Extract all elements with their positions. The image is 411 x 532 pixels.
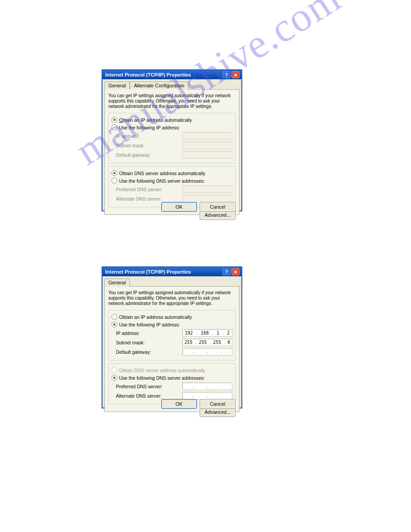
default-gateway-label: Default gateway:	[116, 152, 151, 158]
ip-group: Obtain an IP address automatically Use t…	[108, 310, 235, 360]
radio-icon	[111, 178, 117, 184]
help-icon[interactable]: ?	[223, 268, 231, 275]
radio-label: Obtain DNS server address automatically	[119, 368, 206, 373]
alternate-dns-label: Alternate DNS server:	[116, 196, 162, 202]
titlebar[interactable]: Internet Protocol (TCP/IP) Properties ? …	[103, 267, 241, 276]
client-area: You can get IP settings assigned automat…	[104, 89, 240, 215]
radio-label: Obtain DNS server address automatically	[119, 171, 206, 176]
radio-ip-manual[interactable]: Use the following IP address:	[111, 322, 232, 327]
client-area: You can get IP settings assigned automat…	[104, 286, 240, 412]
description-text: You can get IP settings assigned automat…	[108, 93, 235, 109]
radio-label: Use the following IP address:	[119, 125, 180, 130]
close-icon[interactable]: ✕	[231, 71, 240, 78]
titlebar[interactable]: Internet Protocol (TCP/IP) Properties ? …	[103, 70, 241, 79]
ip-address-label: IP address:	[116, 133, 140, 139]
radio-label: Use the following DNS server addresses:	[119, 375, 205, 381]
radio-label: Obtain an IP address automatically	[119, 117, 192, 123]
preferred-dns-label: Preferred DNS server:	[116, 384, 163, 389]
preferred-dns-field	[182, 185, 232, 193]
ip-address-field	[182, 132, 232, 140]
radio-dns-auto[interactable]: Obtain DNS server address automatically	[111, 170, 232, 176]
window-title: Internet Protocol (TCP/IP) Properties	[105, 269, 191, 275]
window-title: Internet Protocol (TCP/IP) Properties	[105, 72, 191, 77]
tab-strip: General	[103, 276, 241, 286]
radio-icon	[111, 367, 117, 373]
subnet-mask-label: Subnet mask:	[116, 143, 145, 148]
default-gateway-field	[182, 151, 232, 159]
ip-group: Obtain an IP address automatically Use t…	[108, 113, 235, 163]
preferred-dns-label: Preferred DNS server:	[116, 187, 163, 192]
ok-button[interactable]: OK	[161, 399, 197, 409]
tcpip-properties-dialog-2: Internet Protocol (TCP/IP) Properties ? …	[102, 266, 242, 408]
ip-address-label: IP address:	[116, 330, 140, 336]
default-gateway-field[interactable]: . . .	[182, 348, 232, 356]
radio-icon	[111, 314, 117, 320]
tab-general[interactable]: General	[104, 82, 130, 90]
ok-button[interactable]: OK	[161, 202, 197, 212]
cancel-button[interactable]: Cancel	[200, 399, 235, 409]
dns-group: Obtain DNS server address automatically …	[108, 363, 235, 404]
radio-dns-auto: Obtain DNS server address automatically	[111, 367, 232, 373]
tcpip-properties-dialog-1: Internet Protocol (TCP/IP) Properties ? …	[102, 69, 242, 211]
description-text: You can get IP settings assigned automat…	[108, 290, 235, 306]
subnet-mask-field[interactable]: 255. 255. 255. 0	[182, 339, 232, 346]
radio-dns-manual[interactable]: Use the following DNS server addresses:	[111, 178, 232, 184]
alternate-dns-field	[182, 195, 232, 202]
radio-label: Use the following IP address:	[119, 322, 180, 327]
radio-ip-manual[interactable]: Use the following IP address:	[111, 124, 232, 130]
radio-dns-manual[interactable]: Use the following DNS server addresses:	[111, 375, 232, 381]
ip-address-field[interactable]: 192. 168. 1. 2	[182, 329, 232, 337]
radio-icon	[111, 375, 117, 381]
radio-label: Use the following DNS server addresses:	[119, 178, 205, 184]
default-gateway-label: Default gateway:	[116, 349, 151, 355]
cancel-button[interactable]: Cancel	[200, 202, 235, 212]
dns-group: Obtain DNS server address automatically …	[108, 166, 235, 207]
subnet-mask-field	[182, 142, 232, 149]
alternate-dns-label: Alternate DNS server:	[116, 393, 162, 399]
tab-general[interactable]: General	[104, 279, 130, 287]
radio-icon	[111, 170, 117, 176]
radio-ip-auto[interactable]: Obtain an IP address automatically	[111, 117, 232, 123]
tab-strip: General Alternate Configuration	[103, 79, 241, 89]
preferred-dns-field[interactable]: ...	[182, 382, 232, 390]
radio-icon	[111, 117, 117, 123]
radio-icon	[111, 322, 117, 327]
subnet-mask-label: Subnet mask:	[116, 340, 145, 345]
tab-alternate[interactable]: Alternate Configuration	[130, 82, 188, 90]
help-icon[interactable]: ?	[223, 71, 231, 78]
radio-icon	[111, 124, 117, 130]
radio-ip-auto[interactable]: Obtain an IP address automatically	[111, 314, 232, 320]
close-icon[interactable]: ✕	[231, 268, 240, 275]
alternate-dns-field[interactable]: ...	[182, 392, 232, 399]
radio-label: Obtain an IP address automatically	[119, 314, 192, 320]
